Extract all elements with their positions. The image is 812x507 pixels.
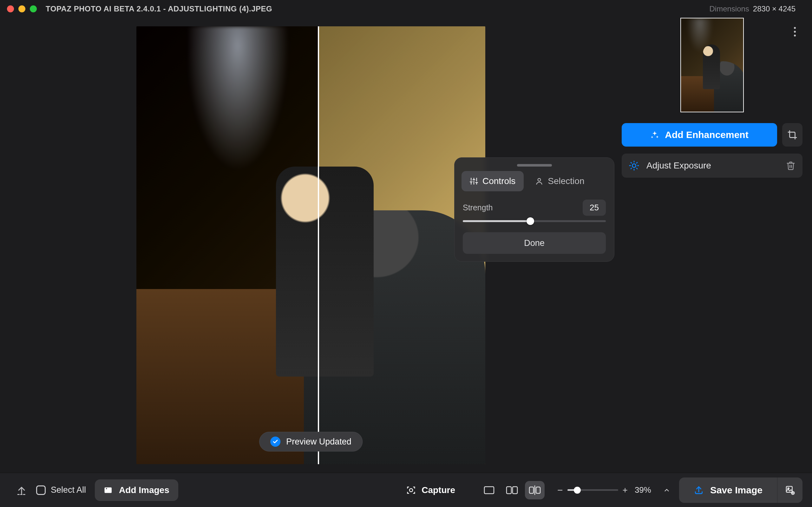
titlebar: TOPAZ PHOTO AI BETA 2.4.0.1 - ADJUSTLIGH… [0, 0, 812, 18]
fullscreen-icon[interactable] [30, 5, 37, 12]
bottom-bar: Select All Add Images Capture [0, 473, 812, 507]
add-enhancement-button[interactable]: Add Enhancement [622, 123, 777, 147]
svg-point-21 [538, 178, 541, 181]
tab-controls[interactable]: Controls [461, 171, 524, 191]
compare-divider[interactable] [318, 26, 319, 464]
select-all-toggle[interactable]: Select All [36, 485, 86, 495]
window-controls [7, 5, 37, 12]
zoom-slider[interactable] [567, 489, 618, 491]
controls-panel[interactable]: Controls Selection Strength 25 [454, 157, 614, 262]
checkbox-icon [36, 486, 46, 495]
crop-button[interactable] [782, 123, 803, 147]
add-images-label: Add Images [119, 485, 169, 495]
strength-slider[interactable] [463, 220, 606, 222]
svg-point-0 [794, 27, 796, 29]
save-image-button[interactable]: Save Image [679, 477, 777, 503]
strength-label: Strength [463, 203, 493, 212]
svg-rect-30 [786, 486, 792, 492]
delete-enhancement-button[interactable] [786, 161, 796, 170]
view-single-button[interactable] [479, 481, 499, 499]
tab-controls-label: Controls [483, 176, 515, 186]
trash-icon [786, 161, 796, 170]
zoom-out-button[interactable]: − [557, 485, 563, 496]
save-options-button[interactable] [777, 477, 803, 503]
split-view-icon [529, 486, 541, 495]
svg-rect-27 [529, 487, 534, 493]
drag-handle[interactable] [517, 164, 552, 167]
tab-selection-label: Selection [548, 176, 584, 186]
select-all-label: Select All [51, 485, 86, 495]
right-panel: Add Enhancement Adjust [622, 18, 803, 473]
svg-line-7 [637, 168, 637, 169]
upload-button[interactable] [16, 485, 27, 496]
save-image-label: Save Image [710, 485, 762, 496]
thumbnail-row [622, 18, 803, 116]
more-icon[interactable] [787, 24, 803, 39]
preview-status-pill: Preview Updated [259, 432, 363, 451]
svg-point-3 [632, 164, 636, 167]
svg-point-2 [794, 35, 796, 37]
upload-icon [16, 485, 27, 496]
tab-selection[interactable]: Selection [527, 171, 592, 191]
person-icon [535, 177, 543, 185]
crop-icon [787, 129, 798, 140]
check-icon [270, 437, 280, 447]
add-images-button[interactable]: Add Images [95, 480, 178, 501]
strength-value[interactable]: 25 [583, 200, 606, 216]
sliders-icon [470, 177, 478, 185]
side-by-side-icon [506, 486, 518, 494]
image-thumbnail[interactable] [680, 18, 744, 112]
svg-line-10 [631, 168, 631, 169]
close-icon[interactable] [7, 5, 14, 12]
zoom-menu-button[interactable] [663, 487, 670, 494]
svg-rect-26 [513, 487, 517, 494]
svg-rect-24 [484, 487, 494, 494]
single-view-icon [484, 486, 495, 494]
minimize-icon[interactable] [18, 5, 25, 12]
svg-rect-25 [507, 487, 511, 494]
svg-line-11 [637, 162, 637, 163]
view-split-button[interactable] [525, 481, 545, 499]
svg-rect-28 [536, 487, 540, 493]
brightness-icon [629, 160, 639, 171]
image-preview[interactable]: Preview Updated [136, 26, 485, 464]
zoom-value: 39% [635, 485, 657, 495]
export-icon [694, 485, 704, 495]
capture-icon [406, 486, 416, 495]
zoom-in-button[interactable]: + [623, 485, 628, 495]
capture-button[interactable]: Capture [397, 480, 464, 501]
svg-point-1 [794, 31, 796, 33]
main-content: Preview Updated Add Enhancement [0, 18, 812, 473]
sparkles-icon [650, 130, 659, 139]
preview-status-text: Preview Updated [286, 437, 352, 447]
window-title: TOPAZ PHOTO AI BETA 2.4.0.1 - ADJUSTLIGH… [46, 4, 272, 13]
dimensions-value: 2830 × 4245 [753, 4, 796, 13]
zoom-controls: − + 39% [557, 485, 670, 496]
capture-label: Capture [422, 485, 455, 495]
svg-line-6 [631, 162, 631, 163]
images-icon [104, 486, 113, 495]
image-options-icon [785, 485, 795, 495]
save-area: Save Image [679, 477, 803, 503]
enhancement-label: Adjust Exposure [646, 161, 711, 171]
view-sidebyside-button[interactable] [502, 481, 522, 499]
add-enhancement-label: Add Enhancement [665, 129, 748, 140]
svg-point-23 [410, 489, 413, 492]
done-button[interactable]: Done [463, 232, 606, 254]
app-window: TOPAZ PHOTO AI BETA 2.4.0.1 - ADJUSTLIGH… [0, 0, 812, 507]
enhancement-item-adjust-exposure[interactable]: Adjust Exposure [622, 154, 803, 178]
dimensions-label: Dimensions [709, 4, 749, 13]
chevron-up-icon [663, 487, 670, 494]
